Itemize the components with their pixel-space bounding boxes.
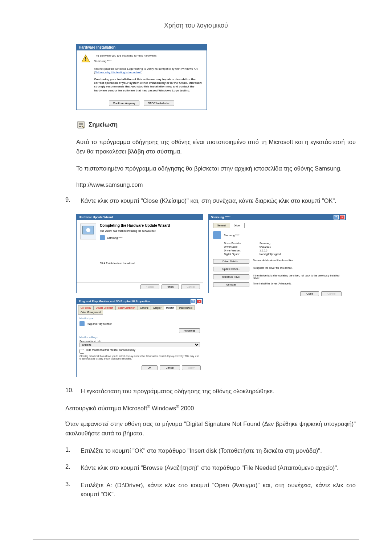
hide-modes-desc: Clearing this check box allows you to se…	[79, 355, 200, 360]
cancel-button[interactable]: Cancel	[160, 365, 180, 370]
note-icon	[76, 120, 86, 130]
tell-me-why-link[interactable]: Tell me why this testing is important.	[95, 71, 142, 74]
apply-button[interactable]: Apply	[182, 365, 201, 370]
hide-modes-label: Hide modes that this monitor cannot disp…	[86, 349, 135, 351]
tab-adapter[interactable]: Adapter	[151, 305, 164, 310]
svg-point-5	[86, 228, 90, 232]
refresh-rate-select[interactable]: 60 Hertz	[79, 342, 200, 347]
wizard-device-name: Samsung ****	[107, 237, 122, 239]
step-text: Κάντε κλικ στο κουμπί "Close (Κλείσιμο)"…	[81, 196, 356, 206]
wizard-line-1: The wizard has finished installing the s…	[100, 230, 199, 232]
step-number: 1.	[65, 446, 73, 456]
hardware-update-wizard-dialog: Hardware Update Wizard Completing the Ha…	[76, 214, 203, 293]
step-2: 2. Κάντε κλικ στο κουμπί "Browse (Αναζήτ…	[65, 463, 356, 473]
driver-date-value: 9/11/2001	[260, 246, 342, 248]
note-label: Σημείωση	[89, 121, 118, 128]
step-9: 9. Κάντε κλικ στο κουμπί "Close (Κλείσιμ…	[65, 196, 356, 206]
driver-provider-label: Driver Provider:	[224, 242, 257, 245]
refresh-rate-label: Screen refresh rate:	[79, 340, 200, 342]
driver-properties-dialog: Samsung ***** ? × General Driver Samsung…	[208, 214, 346, 293]
monitor-properties-dialog: Plug and Play Monitor and 3D Prophet III…	[76, 298, 203, 377]
os-label: Λειτουργικό σύστημα Microsoft® Windows® …	[65, 404, 359, 412]
hide-modes-checkbox[interactable]	[79, 349, 84, 354]
back-button[interactable]: < Back	[140, 284, 159, 289]
page-header: Χρήση του λογισμικού	[33, 22, 359, 29]
samsung-url: http://www.samsung.com	[76, 181, 359, 188]
help-icon[interactable]: ?	[191, 299, 196, 304]
tab-general[interactable]: General	[213, 223, 230, 228]
step-text: Επιλέξτε το κουμπί "OK" στο παράθυρο "In…	[81, 446, 356, 456]
paragraph-3: Όταν εμφανιστεί στην οθόνη σας το μήνυμα…	[65, 419, 356, 438]
digital-signer-value: Not digitally signed	[260, 253, 342, 255]
note-row: Σημείωση	[76, 120, 359, 130]
step-text: Κάντε κλικ στο κουμπί "Browse (Αναζήτηση…	[81, 463, 356, 473]
dialog-body-text: The software you are installing for this…	[94, 54, 202, 93]
step-number: 3.	[65, 481, 73, 499]
svg-rect-2	[85, 60, 86, 61]
step-10: 10. Η εγκατάσταση του προγράμματος οδήγη…	[65, 387, 356, 396]
step-number: 2.	[65, 463, 73, 473]
driver-details-button[interactable]: Driver Details...	[213, 259, 249, 264]
properties-button[interactable]: Properties	[179, 328, 200, 333]
footer-rule	[33, 539, 359, 539]
finish-button[interactable]: Finish	[162, 284, 179, 289]
digital-signer-label: Digital Signer:	[224, 253, 257, 255]
monitor-type-name: Plug and Play Monitor	[87, 323, 111, 325]
paragraph-2: Το πιστοποιημένο πρόγραμμα οδήγησης θα β…	[76, 164, 356, 173]
dialog-title: Samsung ***** ? ×	[209, 214, 346, 220]
tab-general[interactable]: General	[138, 305, 151, 310]
step-3: 3. Επιλέξτε A: (D:\Driver), κάντε κλικ σ…	[65, 481, 356, 499]
monitor-settings-label: Monitor settings	[79, 336, 200, 338]
driver-version-value: 1.0.0.0	[260, 249, 342, 252]
step-number: 10.	[65, 387, 73, 396]
step-text: Επιλέξτε A: (D:\Driver), κάντε κλικ στο …	[81, 481, 356, 499]
continue-anyway-button[interactable]: Continue Anyway	[109, 100, 139, 106]
driver-provider-value: Samsung	[260, 242, 342, 245]
step-number: 9.	[65, 196, 73, 206]
help-icon[interactable]: ?	[334, 215, 339, 219]
step-text: Η εγκατάσταση του προγράμματος οδήγησης …	[81, 387, 356, 396]
monitor-icon	[213, 231, 221, 239]
monitor-type-label: Monitor type	[79, 317, 200, 320]
driver-version-label: Driver Version:	[224, 249, 257, 252]
monitor-icon	[100, 235, 105, 240]
tab-troubleshoot[interactable]: Troubleshoot	[176, 305, 195, 310]
dialog-title: Plug and Play Monitor and 3D Prophet III…	[77, 299, 203, 304]
paragraph-1: Αυτό το πρόγραμμα οδήγησης της οθόνης εί…	[76, 138, 356, 156]
cancel-button[interactable]: Cancel	[181, 284, 200, 289]
cancel-button[interactable]: Cancel	[321, 291, 342, 296]
close-button[interactable]: Close	[300, 291, 319, 296]
warning-icon	[81, 54, 90, 63]
driver-details-desc: To view details about the driver files.	[253, 259, 342, 264]
stop-installation-button[interactable]: STOP Installation	[144, 100, 174, 106]
dialog-title: Hardware Installation	[77, 44, 207, 50]
tab-driver[interactable]: Driver	[230, 223, 245, 228]
monitor-icon	[79, 321, 85, 326]
step-1: 1. Επιλέξτε το κουμπί "OK" στο παράθυρο …	[65, 446, 356, 456]
update-driver-button[interactable]: Update Driver...	[213, 267, 249, 271]
driver-date-label: Driver Date:	[224, 246, 257, 248]
tab-monitor[interactable]: Monitor	[164, 305, 177, 310]
hardware-installation-dialog: Hardware Installation The software you a…	[76, 44, 207, 110]
tab-color-correction[interactable]: Color Correction	[115, 305, 138, 310]
roll-back-driver-desc: If the device fails after updating the d…	[253, 274, 342, 279]
uninstall-desc: To uninstall the driver (Advanced).	[253, 282, 342, 287]
dialog-title: Hardware Update Wizard	[77, 214, 203, 220]
wizard-icon	[80, 223, 96, 239]
close-icon[interactable]: ×	[340, 215, 345, 219]
wizard-heading: Completing the Hardware Update Wizard	[100, 223, 199, 227]
update-driver-desc: To update the driver for this device.	[253, 267, 342, 271]
close-icon[interactable]: ×	[197, 299, 202, 304]
roll-back-driver-button[interactable]: Roll Back Driver	[213, 274, 249, 279]
driver-device-name: Samsung ****	[224, 234, 239, 237]
uninstall-button[interactable]: Uninstall	[213, 282, 249, 287]
wizard-finish-line: Click Finish to close the wizard.	[100, 262, 199, 264]
tab-color-management[interactable]: Color Management	[78, 310, 103, 315]
ok-button[interactable]: OK	[142, 365, 158, 370]
svg-rect-1	[85, 57, 86, 60]
